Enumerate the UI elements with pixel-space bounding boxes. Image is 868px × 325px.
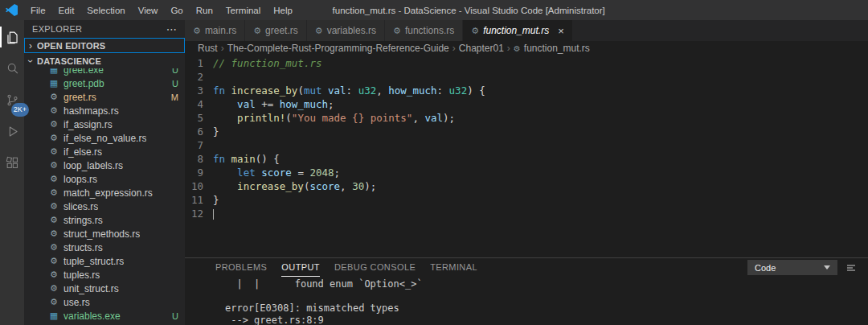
menu-file[interactable]: File: [24, 2, 52, 19]
line-number-gutter: 123456789101112: [185, 56, 203, 257]
file-hashmaps.rs[interactable]: ⚙hashmaps.rs: [24, 104, 185, 117]
git-status-badge: M: [166, 93, 178, 102]
output-line: | | found enum `Option<_>`: [225, 278, 868, 290]
section-open-editors[interactable]: › OPEN EDITORS: [24, 38, 185, 53]
panel-tab-debug-console[interactable]: DEBUG CONSOLE: [334, 258, 416, 277]
tab-label: variables.rs: [327, 25, 376, 36]
activity-explorer[interactable]: [0, 27, 24, 47]
file-unit_struct.rs[interactable]: ⚙unit_struct.rs: [24, 282, 185, 295]
file-name: loop_labels.rs: [63, 160, 123, 171]
code-line: }: [213, 193, 485, 207]
chevron-down-icon: [824, 265, 830, 269]
menu-go[interactable]: Go: [164, 2, 189, 19]
menu-edit[interactable]: Edit: [52, 2, 81, 19]
file-greet.pdb[interactable]: ▦greet.pdbU: [24, 76, 185, 90]
activity-source-control[interactable]: 2K+: [0, 89, 24, 110]
file-name: structs.rs: [63, 242, 103, 253]
file-struct_methods.rs[interactable]: ⚙struct_methods.rs: [24, 227, 185, 241]
file-structs.rs[interactable]: ⚙structs.rs: [24, 241, 185, 254]
section-label: DATASCIENCE: [37, 56, 101, 66]
extensions-icon: [5, 155, 20, 171]
tab-main.rs[interactable]: ⚙main.rs: [185, 20, 245, 41]
file-if_else.rs[interactable]: ⚙if_else.rs: [24, 145, 185, 158]
rust-file-icon: ⚙: [48, 133, 59, 143]
breadcrumb-item[interactable]: The-Complete-Rust-Programming-Reference-…: [227, 43, 449, 54]
line-number: 1: [185, 56, 203, 70]
tab-functions.rs[interactable]: ⚙functions.rs: [385, 20, 463, 41]
files-icon: [5, 30, 20, 45]
activity-run-debug[interactable]: [0, 121, 24, 142]
code-editor[interactable]: 123456789101112 // function_mut.rsfn inc…: [185, 56, 868, 257]
scm-changes-badge: 2K+: [11, 103, 29, 117]
menu-terminal[interactable]: Terminal: [219, 2, 267, 19]
file-name: if_assign.rs: [63, 119, 113, 130]
file-variables.exe[interactable]: ▦variables.exeU: [24, 309, 185, 323]
line-number: 11: [185, 193, 203, 207]
breadcrumb-item[interactable]: function_mut.rs: [524, 43, 590, 54]
code-line: // function_mut.rs: [213, 56, 485, 70]
file-loops.rs[interactable]: ⚙loops.rs: [24, 172, 185, 186]
title-bar: FileEditSelectionViewGoRunTerminalHelp f…: [0, 0, 868, 20]
file-greet.exe[interactable]: ▦greet.exeU: [24, 68, 185, 76]
panel-actions-icon[interactable]: [845, 262, 857, 274]
rust-file-icon: ⚙: [48, 269, 59, 280]
file-name: tuples.rs: [63, 269, 100, 281]
debug-icon: [5, 124, 20, 139]
activity-search[interactable]: [0, 58, 24, 79]
breadcrumb-item[interactable]: Rust: [198, 43, 218, 54]
file-name: greet.pdb: [63, 78, 104, 89]
section-datascience[interactable]: › DATASCIENCE: [24, 53, 185, 68]
line-number: 2: [185, 70, 203, 84]
rust-file-icon: ⚙: [48, 187, 59, 198]
output-console[interactable]: | | found enum `Option<_>` error[E0308]:…: [185, 277, 868, 325]
file-tuple_struct.rs[interactable]: ⚙tuple_struct.rs: [24, 254, 185, 268]
file-name: greet.exe: [63, 68, 104, 76]
menu-selection[interactable]: Selection: [80, 2, 131, 19]
section-label: OPEN EDITORS: [37, 41, 105, 51]
git-status-badge: U: [167, 68, 178, 75]
file-if_else_no_value.rs[interactable]: ⚙if_else_no_value.rs: [24, 131, 185, 145]
file-slices.rs[interactable]: ⚙slices.rs: [24, 200, 185, 213]
menu-help[interactable]: Help: [267, 2, 299, 19]
file-tuples.rs[interactable]: ⚙tuples.rs: [24, 268, 185, 282]
menu-run[interactable]: Run: [190, 2, 219, 19]
line-number: 7: [185, 138, 203, 152]
file-loop_labels.rs[interactable]: ⚙loop_labels.rs: [24, 158, 185, 172]
rust-file-icon: ⚙: [48, 297, 59, 307]
tab-label: function_mut.rs: [483, 25, 549, 36]
tab-variables.rs[interactable]: ⚙variables.rs: [307, 20, 385, 41]
line-number: 3: [185, 84, 203, 97]
code-line: val += how_much;: [213, 97, 485, 111]
file-if_assign.rs[interactable]: ⚙if_assign.rs: [24, 117, 185, 131]
menu-bar: FileEditSelectionViewGoRunTerminalHelp: [24, 2, 299, 19]
file-name: greet.rs: [63, 92, 96, 103]
line-number: 6: [185, 125, 203, 138]
file-match_expression.rs[interactable]: ⚙match_expression.rs: [24, 186, 185, 200]
close-icon[interactable]: ×: [558, 25, 564, 37]
rust-file-icon: ⚙: [393, 26, 401, 36]
tab-function_mut.rs[interactable]: ⚙function_mut.rs×: [463, 20, 573, 41]
file-name: unit_struct.rs: [63, 283, 119, 294]
file-use.rs[interactable]: ⚙use.rs: [24, 295, 185, 309]
file-tree: ▦greet.exeU▦greet.pdbU⚙greet.rsM⚙hashmap…: [24, 68, 185, 325]
breadcrumb-item[interactable]: Chapter01: [459, 43, 504, 54]
output-channel-value: Code: [755, 263, 776, 273]
file-name: match_expression.rs: [63, 187, 153, 199]
file-name: if_else.rs: [63, 146, 102, 158]
sidebar-header: EXPLORER ⋯: [24, 20, 185, 38]
menu-view[interactable]: View: [132, 2, 165, 19]
activity-extensions[interactable]: [0, 152, 24, 173]
bottom-panel: PROBLEMSOUTPUTDEBUG CONSOLETERMINAL Code…: [185, 257, 868, 325]
editor-tabs: ⚙main.rs⚙greet.rs⚙variables.rs⚙functions…: [185, 20, 868, 41]
output-line: error[E0308]: mismatched types: [225, 302, 868, 315]
panel-tab-output[interactable]: OUTPUT: [281, 258, 320, 277]
file-greet.rs[interactable]: ⚙greet.rsM: [24, 90, 185, 104]
sidebar-title-label: EXPLORER: [32, 24, 82, 34]
panel-tab-terminal[interactable]: TERMINAL: [430, 258, 477, 277]
output-channel-select[interactable]: Code: [747, 260, 837, 275]
tab-greet.rs[interactable]: ⚙greet.rs: [245, 20, 307, 41]
more-actions-icon[interactable]: ⋯: [166, 23, 177, 35]
panel-tab-problems[interactable]: PROBLEMS: [215, 258, 267, 277]
file-strings.rs[interactable]: ⚙strings.rs: [24, 213, 185, 227]
rust-file-icon: ⚙: [48, 105, 59, 116]
